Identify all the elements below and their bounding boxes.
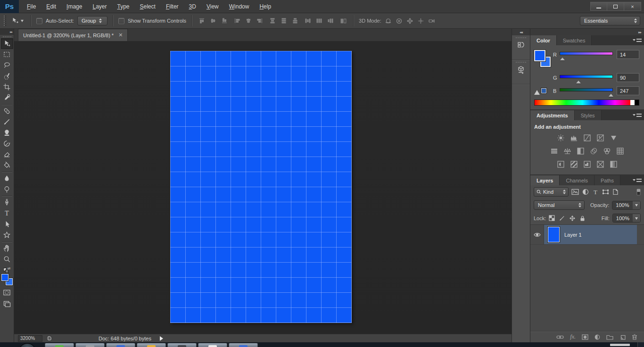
- tool-rectangular-marquee[interactable]: [1, 49, 13, 60]
- tool-lasso[interactable]: [1, 60, 13, 71]
- minimize-button[interactable]: [590, 2, 607, 11]
- menu-view[interactable]: View: [201, 1, 224, 12]
- lock-position-icon[interactable]: [569, 215, 576, 222]
- auto-select-checkbox[interactable]: [36, 18, 42, 24]
- 3d-drag-icon[interactable]: [406, 17, 413, 25]
- menu-window[interactable]: Window: [224, 1, 255, 12]
- taskbar-app-button[interactable]: [229, 343, 258, 347]
- tab-styles[interactable]: Styles: [575, 110, 602, 120]
- distribute-top-edges-icon[interactable]: [268, 16, 277, 25]
- filter-type-layers-icon[interactable]: T: [592, 189, 599, 195]
- menu-select[interactable]: Select: [135, 1, 161, 12]
- close-button[interactable]: ×: [624, 2, 641, 11]
- default-colors-icon[interactable]: ⇄: [3, 266, 11, 273]
- filter-adjustment-layers-icon[interactable]: [582, 189, 589, 195]
- taskbar-app-button[interactable]: [137, 343, 166, 347]
- spectrum-black-chip[interactable]: [635, 100, 639, 105]
- selective-color-icon[interactable]: [596, 160, 605, 169]
- menu-image[interactable]: Image: [61, 1, 87, 12]
- tool-eyedropper[interactable]: [1, 92, 13, 103]
- menu-edit[interactable]: Edit: [41, 1, 61, 12]
- quick-mask-mode-button[interactable]: [1, 287, 13, 298]
- align-top-edges-icon[interactable]: [197, 16, 206, 25]
- new-group-folder-icon[interactable]: [606, 334, 613, 340]
- photo-filter-icon[interactable]: [589, 147, 598, 156]
- auto-align-layers-icon[interactable]: [339, 16, 348, 25]
- tool-zoom[interactable]: [1, 254, 13, 264]
- auto-select-target-dropdown[interactable]: Group: [77, 16, 107, 25]
- toolbar-collapse-arrows[interactable]: ▸▸: [0, 29, 14, 35]
- fill-field[interactable]: 100%: [612, 214, 641, 223]
- layer-visibility-cell[interactable]: [530, 225, 544, 244]
- tool-crop[interactable]: [1, 82, 13, 92]
- dock-collapse-arrows[interactable]: ◂◂: [512, 29, 530, 35]
- tool-dodge[interactable]: [1, 184, 13, 195]
- levels-icon[interactable]: [570, 133, 578, 142]
- add-layer-mask-icon[interactable]: [582, 334, 588, 340]
- channel-mixer-icon[interactable]: [603, 147, 611, 156]
- canvas-viewport[interactable]: [14, 41, 512, 334]
- new-adjustment-layer-icon[interactable]: [594, 334, 600, 340]
- tool-hand[interactable]: [1, 243, 13, 254]
- gamut-warning-icon[interactable]: [534, 87, 540, 95]
- options-grip[interactable]: [4, 16, 6, 26]
- layer-name[interactable]: Layer 1: [564, 232, 582, 238]
- vibrance-icon[interactable]: [609, 133, 618, 142]
- tool-brush[interactable]: [1, 116, 13, 127]
- taskbar-app-button[interactable]: [45, 343, 74, 347]
- align-bottom-edges-icon[interactable]: [220, 16, 229, 25]
- align-horizontal-centers-icon[interactable]: [244, 16, 253, 25]
- align-vertical-centers-icon[interactable]: [208, 16, 218, 25]
- gradient-map-icon[interactable]: [609, 160, 618, 169]
- tool-eraser[interactable]: [1, 149, 13, 160]
- start-button-orb[interactable]: [19, 343, 35, 347]
- zoom-level-field[interactable]: 3200%: [18, 335, 42, 342]
- hue-saturation-icon[interactable]: [550, 147, 559, 156]
- adjustments-panel-menu-icon[interactable]: [633, 113, 642, 117]
- tab-swatches[interactable]: Swatches: [557, 35, 592, 45]
- menu-filter[interactable]: Filter: [161, 1, 184, 12]
- align-left-edges-icon[interactable]: [232, 16, 242, 25]
- layer-thumbnail[interactable]: [548, 227, 560, 242]
- color-spectrum-ramp[interactable]: [534, 99, 639, 106]
- filter-pixel-layers-icon[interactable]: [571, 189, 579, 195]
- menu-help[interactable]: Help: [254, 1, 276, 12]
- tab-color[interactable]: Color: [530, 35, 557, 45]
- opacity-value[interactable]: 100%: [612, 201, 632, 209]
- delete-layer-trash-icon[interactable]: [632, 334, 637, 340]
- layers-list[interactable]: Layer 1: [530, 224, 644, 331]
- blend-mode-dropdown[interactable]: Normal: [534, 200, 585, 210]
- tool-blur[interactable]: [1, 173, 13, 184]
- menu-3d[interactable]: 3D: [184, 1, 201, 12]
- distribute-horizontal-centers-icon[interactable]: [314, 16, 324, 25]
- filter-kind-dropdown[interactable]: Kind: [534, 187, 569, 197]
- black-white-icon[interactable]: [576, 147, 585, 156]
- distribute-bottom-edges-icon[interactable]: [290, 16, 300, 25]
- fill-value[interactable]: 100%: [613, 214, 633, 222]
- history-panel-button[interactable]: [512, 35, 530, 60]
- 3d-camera-icon[interactable]: [428, 17, 435, 25]
- menu-file[interactable]: File: [22, 1, 41, 12]
- tool-history-brush[interactable]: [1, 138, 13, 149]
- tab-channels[interactable]: Channels: [560, 175, 594, 185]
- distribute-left-edges-icon[interactable]: [303, 16, 313, 25]
- layer-row[interactable]: Layer 1: [530, 225, 644, 245]
- color-balance-icon[interactable]: [563, 147, 572, 156]
- distribute-right-edges-icon[interactable]: [326, 16, 335, 25]
- new-layer-icon[interactable]: [619, 334, 626, 340]
- tab-adjustments[interactable]: Adjustments: [530, 110, 575, 120]
- show-desktop-button[interactable]: [637, 342, 644, 347]
- color-panel-menu-icon[interactable]: [633, 38, 642, 42]
- b-slider-thumb[interactable]: [609, 91, 613, 97]
- layer-style-fx-icon[interactable]: fx.: [570, 333, 576, 340]
- foreground-color-swatch[interactable]: [1, 274, 8, 281]
- taskbar-app-button[interactable]: [75, 343, 105, 347]
- taskbar-app-button[interactable]: [198, 343, 227, 347]
- color-lookup-icon[interactable]: [616, 147, 625, 156]
- filter-shape-layers-icon[interactable]: [602, 189, 609, 195]
- properties-panel-button[interactable]: [512, 60, 530, 84]
- lock-transparency-icon[interactable]: [549, 215, 555, 221]
- tool-spot-healing-brush[interactable]: [1, 106, 13, 116]
- panels-collapse-arrows[interactable]: ▸▸: [530, 29, 644, 35]
- channel-g-slider[interactable]: [560, 74, 613, 81]
